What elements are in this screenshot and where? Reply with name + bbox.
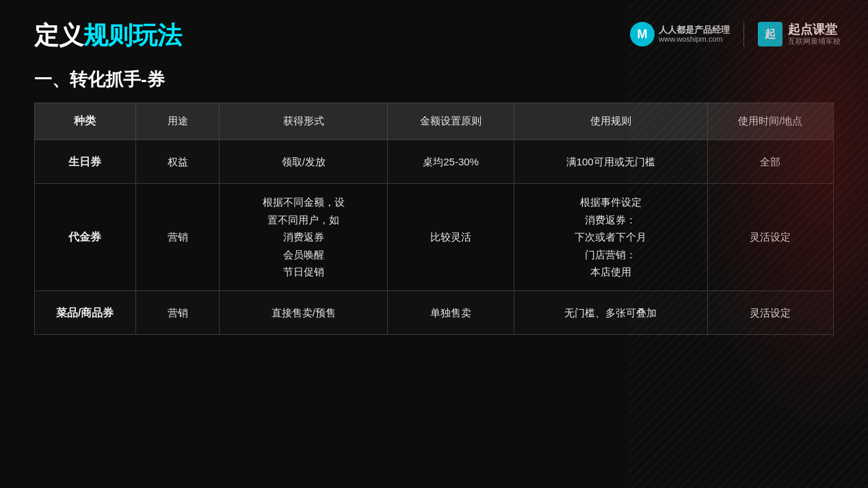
voucher-table: 种类 用途 获得形式 金额设置原则 使用规则 使用时间/地点 生日券 权益 领取… bbox=[34, 103, 834, 335]
th-obtain: 获得形式 bbox=[220, 103, 388, 140]
qidian-text: 起点课堂 互联网黄埔军校 bbox=[788, 23, 841, 46]
woship-logo: M 人人都是产品经理 www.woshipm.com bbox=[630, 22, 730, 46]
th-amount: 金额设置原则 bbox=[388, 103, 514, 140]
cell-amount-2: 单独售卖 bbox=[388, 290, 514, 334]
cell-time-2: 灵活设定 bbox=[707, 290, 833, 334]
table-header-row: 种类 用途 获得形式 金额设置原则 使用规则 使用时间/地点 bbox=[35, 103, 834, 140]
cell-usage-2: 营销 bbox=[135, 290, 220, 334]
logo-divider bbox=[744, 22, 744, 46]
cell-amount-1: 比较灵活 bbox=[388, 184, 514, 291]
logo-area: M 人人都是产品经理 www.woshipm.com 起 起点课堂 互联网黄埔军… bbox=[630, 22, 841, 46]
cell-time-1: 灵活设定 bbox=[707, 184, 833, 291]
cell-kind-0: 生日券 bbox=[35, 140, 136, 184]
th-kind: 种类 bbox=[35, 103, 136, 140]
table-row: 代金券 营销 根据不同金额，设 置不同用户，如 消费返券 会员唤醒 节日促销 比… bbox=[35, 184, 834, 291]
cell-usage-0: 权益 bbox=[135, 140, 220, 184]
cell-time-0: 全部 bbox=[707, 140, 833, 184]
table-row: 菜品/商品券 营销 直接售卖/预售 单独售卖 无门槛、多张可叠加 灵活设定 bbox=[35, 290, 834, 334]
page-title: 定义规则玩法 bbox=[34, 19, 182, 53]
logo-m-icon: M bbox=[630, 22, 655, 46]
cell-obtain-2: 直接售卖/预售 bbox=[220, 290, 388, 334]
th-time: 使用时间/地点 bbox=[707, 103, 833, 140]
cell-kind-2: 菜品/商品券 bbox=[35, 290, 136, 334]
section-title: 一、转化抓手-券 bbox=[0, 53, 868, 103]
cell-usage-1: 营销 bbox=[135, 184, 220, 291]
cell-obtain-1: 根据不同金额，设 置不同用户，如 消费返券 会员唤醒 节日促销 bbox=[220, 184, 388, 291]
th-rules: 使用规则 bbox=[514, 103, 707, 140]
cell-kind-1: 代金券 bbox=[35, 184, 136, 291]
cell-obtain-0: 领取/发放 bbox=[220, 140, 388, 184]
cell-amount-0: 桌均25-30% bbox=[388, 140, 514, 184]
qidian-logo: 起 起点课堂 互联网黄埔军校 bbox=[758, 22, 841, 46]
qidian-icon: 起 bbox=[758, 22, 782, 46]
cell-rules-1: 根据事件设定 消费返券： 下次或者下个月 门店营销： 本店使用 bbox=[514, 184, 707, 291]
woship-text: 人人都是产品经理 www.woshipm.com bbox=[659, 25, 730, 44]
th-usage: 用途 bbox=[135, 103, 220, 140]
cell-rules-2: 无门槛、多张可叠加 bbox=[514, 290, 707, 334]
cell-rules-0: 满100可用或无门槛 bbox=[514, 140, 707, 184]
table-row: 生日券 权益 领取/发放 桌均25-30% 满100可用或无门槛 全部 bbox=[35, 140, 834, 184]
table-wrapper: 种类 用途 获得形式 金额设置原则 使用规则 使用时间/地点 生日券 权益 领取… bbox=[0, 103, 868, 335]
page-header: 定义规则玩法 M 人人都是产品经理 www.woshipm.com 起 起点课堂… bbox=[0, 0, 868, 53]
